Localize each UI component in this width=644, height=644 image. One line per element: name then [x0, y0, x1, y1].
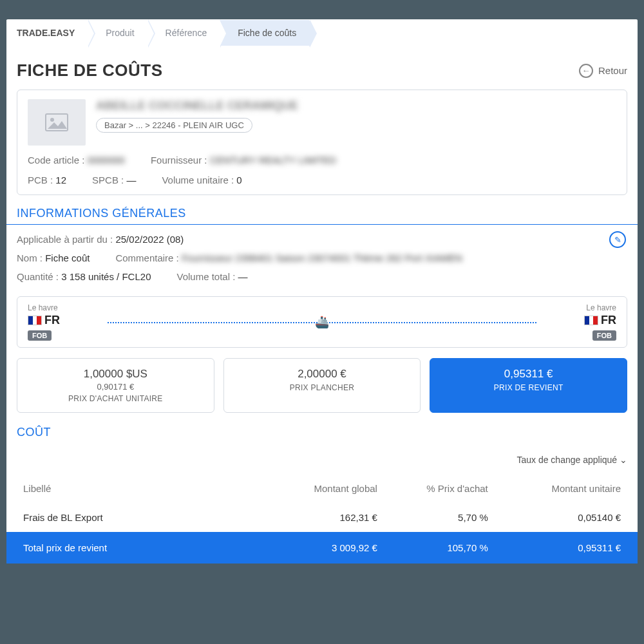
col-global: Montant global	[245, 483, 377, 494]
supplier-label: Fournisseur :	[151, 155, 207, 166]
total-global: 3 009,92 €	[245, 542, 377, 553]
tile3-cap: PRIX DE REVIENT	[434, 383, 623, 392]
table-total-row: Total prix de revient 3 009,92 € 105,70 …	[6, 532, 638, 564]
tile1-sub: 0,90171 €	[21, 382, 210, 392]
chevron-down-icon: ⌄	[620, 455, 627, 465]
supplier-value: CENTURY REALTY LIMITED	[210, 155, 336, 166]
comment-label: Commentaire :	[115, 252, 178, 263]
dest-city: Le havre	[584, 303, 616, 312]
tile-purchase-price[interactable]: 1,00000 $US 0,90171 € PRIX D'ACHAT UNITA…	[17, 358, 214, 413]
breadcrumb-root[interactable]: TRADE.EASY	[6, 20, 88, 46]
row-pct: 5,70 %	[377, 512, 488, 523]
origin-country: FR	[44, 314, 60, 327]
col-label: Libellé	[23, 483, 245, 494]
qty-label: Quantité :	[17, 271, 59, 282]
spcb-label: SPCB :	[92, 175, 124, 185]
breadcrumb: TRADE.EASY Produit Référence Fiche de co…	[6, 19, 638, 46]
pcb-label: PCB :	[28, 175, 53, 185]
exchange-rate-toggle[interactable]: Taux de change appliqué ⌄	[17, 451, 627, 474]
origin-city: Le havre	[28, 303, 60, 312]
voltot-label: Volume total :	[176, 271, 235, 282]
dest-port: Le havre FR FOB	[584, 303, 616, 341]
qty-value: 3 158 unités / FCL20	[61, 271, 151, 282]
tile2-cap: PRIX PLANCHER	[228, 383, 417, 392]
product-image-placeholder	[28, 99, 86, 146]
name-value: Fiche coût	[45, 252, 90, 263]
tile-cost-price[interactable]: 0,95311 € PRIX DE REVIENT	[430, 358, 627, 413]
tile-floor-price[interactable]: 2,00000 € PRIX PLANCHER	[223, 358, 421, 413]
svg-point-1	[50, 118, 54, 122]
rate-toggle-label: Taux de change appliqué	[516, 455, 617, 465]
edit-button[interactable]: ✎	[609, 231, 626, 248]
row-label: Frais de BL Export	[23, 512, 245, 523]
section-info-title: INFORMATIONS GÉNÉRALES	[6, 204, 638, 225]
tile1-cap: PRIX D'ACHAT UNITAIRE	[21, 394, 210, 403]
spcb-value: —	[126, 175, 136, 185]
breadcrumb-reference[interactable]: Référence	[147, 20, 220, 46]
breadcrumb-produit[interactable]: Produit	[88, 20, 147, 46]
dest-country: FR	[601, 314, 616, 327]
france-flag-icon	[584, 316, 598, 325]
total-unit: 0,95311 €	[488, 542, 621, 553]
back-label: Retour	[598, 65, 627, 76]
section-cost-title: COÛT	[6, 423, 638, 443]
cost-table: Libellé Montant global % Prix d'achat Mo…	[17, 474, 627, 564]
comment-value: Fournisseur 2398401 Saison 23074001 Thèm…	[182, 252, 462, 263]
code-article-value: 0000000	[88, 155, 125, 166]
tile2-main: 2,00000 €	[228, 368, 417, 381]
total-pct: 105,70 %	[377, 542, 488, 553]
tile3-main: 0,95311 €	[434, 368, 623, 381]
applicable-value: 25/02/2022 (08)	[115, 234, 184, 245]
back-button[interactable]: ← Retour	[579, 64, 627, 78]
france-flag-icon	[28, 316, 42, 325]
pcb-value: 12	[55, 175, 66, 185]
table-row: Frais de BL Export 162,31 € 5,70 % 0,051…	[17, 503, 627, 532]
col-unit: Montant unitaire	[488, 483, 621, 494]
col-pct: % Prix d'achat	[377, 483, 488, 494]
ship-icon: 🚢	[315, 315, 329, 329]
code-article-label: Code article :	[28, 155, 84, 166]
route-box: Le havre FR FOB 🚢 Le havre FR FOB	[17, 296, 627, 348]
voltot-value: —	[238, 271, 248, 282]
main-page: TRADE.EASY Produit Référence Fiche de co…	[6, 19, 638, 564]
back-arrow-icon: ←	[579, 64, 593, 78]
volunit-label: Volume unitaire :	[162, 175, 234, 185]
applicable-label: Applicable à partir du :	[17, 234, 113, 245]
product-title: ABEILLE COCCINELLE CERAMIQUE	[96, 99, 616, 113]
category-badge[interactable]: Bazar > ... > 22246 - PLEIN AIR UGC	[96, 118, 252, 133]
total-label: Total prix de revient	[23, 542, 245, 553]
dest-incoterm: FOB	[592, 330, 616, 341]
page-title: FICHE DE COÛTS	[17, 61, 163, 80]
product-card: ABEILLE COCCINELLE CERAMIQUE Bazar > ...…	[17, 90, 627, 195]
pencil-icon: ✎	[614, 235, 621, 245]
origin-port: Le havre FR FOB	[28, 303, 60, 341]
bottom-backdrop	[0, 564, 644, 596]
breadcrumb-current: Fiche de coûts	[220, 20, 309, 46]
price-tiles: 1,00000 $US 0,90171 € PRIX D'ACHAT UNITA…	[6, 348, 638, 423]
row-global: 162,31 €	[245, 512, 377, 523]
tile1-main: 1,00000 $US	[21, 368, 210, 381]
volunit-value: 0	[236, 175, 242, 185]
name-label: Nom :	[17, 252, 43, 263]
row-unit: 0,05140 €	[488, 512, 621, 523]
origin-incoterm: FOB	[28, 330, 52, 341]
